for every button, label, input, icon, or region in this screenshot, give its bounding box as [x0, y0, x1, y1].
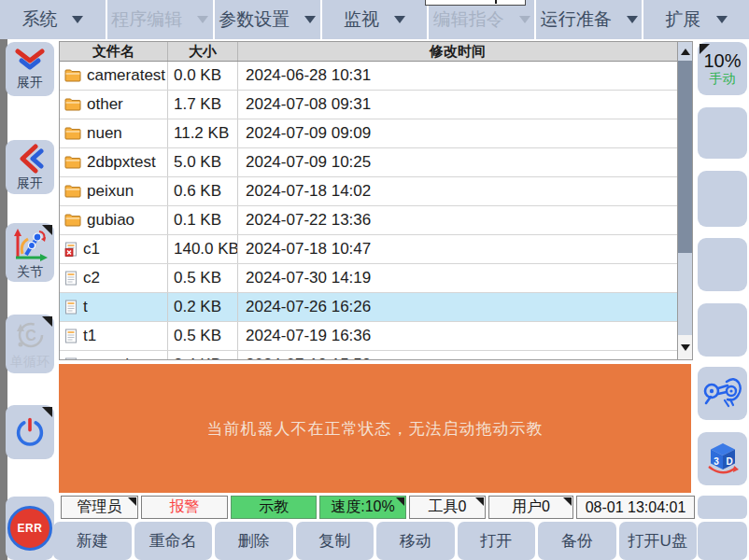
copy-button[interactable]: 复制 — [296, 522, 374, 560]
file-name: peixun — [87, 182, 134, 201]
open-usb-button[interactable]: 打开U盘 — [619, 522, 698, 560]
menu-item-monitor[interactable]: 监视 — [322, 0, 430, 39]
file-size: 0.2 KB — [168, 293, 238, 321]
menu-item-run-preparation[interactable]: 运行准备 — [536, 0, 643, 39]
table-row[interactable]: test_chao 2.4 KB 2024-07-19 15:59 — [60, 351, 677, 360]
file-mtime: 2024-07-18 10:47 — [238, 235, 677, 263]
scrollbar-thumb[interactable] — [678, 61, 692, 253]
file-size: 0.0 KB — [168, 62, 238, 90]
status-role[interactable]: 管理员 — [61, 496, 138, 519]
document-icon — [64, 300, 78, 315]
move-button[interactable]: 移动 — [376, 522, 455, 560]
right-panel-button-blank-1[interactable] — [698, 107, 747, 159]
corner-triangle-icon — [563, 497, 572, 506]
single-cycle-button[interactable]: C 单循环 — [6, 315, 54, 373]
svg-text:3: 3 — [714, 456, 719, 467]
right-panel-button-blank-6[interactable] — [698, 522, 747, 560]
document-icon — [64, 357, 78, 360]
expand-down-button[interactable]: 展开 — [6, 42, 54, 96]
status-speed-label: 速度:10% — [331, 497, 394, 517]
table-row[interactable]: nuen 11.2 KB 2024-07-09 09:09 — [60, 119, 677, 148]
menu-item-parameter-settings[interactable]: 参数设置 — [215, 0, 322, 39]
status-tool[interactable]: 工具0 — [409, 496, 486, 519]
error-button[interactable]: ERR — [6, 497, 54, 560]
view-3d-button[interactable]: 3 D — [698, 432, 747, 485]
delete-button[interactable]: 删除 — [215, 522, 293, 560]
double-chevron-left-icon — [16, 144, 44, 174]
corner-triangle-icon — [475, 497, 484, 506]
status-datetime-label: 08-01 13:04:01 — [586, 499, 686, 516]
file-size: 1.7 KB — [168, 91, 238, 119]
status-tool-label: 工具0 — [429, 497, 467, 517]
scrollbar-track[interactable] — [678, 253, 692, 335]
table-row-selected[interactable]: t 0.2 KB 2024-07-26 16:26 — [60, 293, 677, 322]
rename-button-label: 重命名 — [149, 530, 197, 552]
open-button[interactable]: 打开 — [458, 522, 536, 560]
file-name: other — [87, 95, 123, 114]
speed-mode-button[interactable]: 10% 手动 — [698, 42, 747, 95]
menu-item-label: 扩展 — [666, 7, 701, 32]
document-icon — [64, 271, 78, 286]
status-role-label: 管理员 — [78, 497, 122, 517]
chevron-down-icon — [716, 16, 728, 23]
copy-button-label: 复制 — [318, 530, 350, 552]
menu-item-edit-commands[interactable]: 编辑指令 — [429, 0, 536, 39]
backup-button[interactable]: 备份 — [538, 522, 616, 560]
file-error-icon — [64, 242, 78, 257]
table-row[interactable]: 2dbpxtest 5.0 KB 2024-07-09 10:25 — [60, 148, 677, 177]
file-size: 0.1 KB — [168, 206, 238, 234]
chevron-down-icon — [394, 16, 405, 23]
menu-item-system[interactable]: 系统 — [0, 0, 107, 39]
folder-icon — [64, 69, 81, 82]
table-row[interactable]: c1 140.0 KB 2024-07-18 10:47 — [60, 235, 677, 264]
arrow-down-icon — [681, 344, 690, 351]
status-user-label: 用户0 — [512, 497, 550, 517]
table-row[interactable]: cameratest 0.0 KB 2024-06-28 10:31 — [60, 62, 677, 91]
move-button-label: 移动 — [400, 530, 431, 552]
joint-mode-button[interactable]: 关节 — [6, 223, 54, 282]
table-row[interactable]: other 1.7 KB 2024-07-08 09:31 — [60, 91, 677, 119]
menu-item-program-edit[interactable]: 程序编辑 — [107, 0, 215, 39]
file-size: 5.0 KB — [168, 148, 238, 176]
joint-mode-label: 关节 — [17, 264, 43, 279]
file-mtime: 2024-06-28 10:31 — [238, 62, 677, 90]
menu-item-label: 程序编辑 — [111, 7, 182, 32]
menu-item-label: 系统 — [21, 7, 57, 32]
folder-icon — [64, 214, 81, 227]
drag-teach-button[interactable] — [698, 367, 747, 420]
arrow-up-icon — [681, 49, 690, 55]
status-speed[interactable]: 速度:10% — [319, 496, 406, 519]
file-size: 140.0 KB — [168, 235, 238, 263]
svg-text:D: D — [726, 456, 732, 467]
corner-triangle-icon — [396, 497, 404, 506]
right-panel-button-blank-3[interactable] — [698, 238, 747, 291]
expand-left-button[interactable]: 展开 — [6, 140, 54, 194]
file-size: 11.2 KB — [168, 119, 238, 147]
right-panel-button-blank-4[interactable] — [698, 303, 747, 357]
status-user[interactable]: 用户0 — [488, 496, 573, 519]
table-row[interactable]: peixun 0.6 KB 2024-07-18 14:02 — [60, 177, 677, 206]
menubar: 系统 程序编辑 参数设置 监视 编辑指令 运行准备 扩展 — [0, 0, 749, 39]
open-usb-button-label: 打开U盘 — [629, 530, 687, 552]
file-name: t — [83, 298, 88, 316]
delete-button-label: 删除 — [238, 530, 270, 552]
mode-label: 手动 — [710, 71, 736, 87]
scroll-up-button[interactable] — [678, 42, 692, 61]
corner-triangle-icon — [42, 407, 52, 417]
table-row[interactable]: gubiao 0.1 KB 2024-07-22 13:36 — [60, 206, 677, 235]
new-button[interactable]: 新建 — [53, 522, 132, 560]
corner-triangle-icon — [700, 44, 710, 54]
scroll-down-button[interactable] — [678, 335, 692, 359]
folder-icon — [64, 98, 81, 111]
right-panel-button-blank-5[interactable] — [698, 496, 747, 519]
rename-button[interactable]: 重命名 — [134, 522, 213, 560]
power-button[interactable] — [6, 405, 54, 459]
menu-item-extension[interactable]: 扩展 — [643, 0, 749, 39]
document-icon — [64, 329, 78, 343]
status-alarm-label: 报警 — [170, 497, 200, 517]
file-size: 0.5 KB — [168, 322, 238, 350]
table-row[interactable]: t1 0.5 KB 2024-07-19 16:36 — [60, 322, 677, 351]
right-panel-button-blank-2[interactable] — [698, 171, 747, 227]
file-size: 0.5 KB — [168, 264, 238, 292]
table-row[interactable]: c2 0.5 KB 2024-07-30 14:19 — [60, 264, 677, 293]
